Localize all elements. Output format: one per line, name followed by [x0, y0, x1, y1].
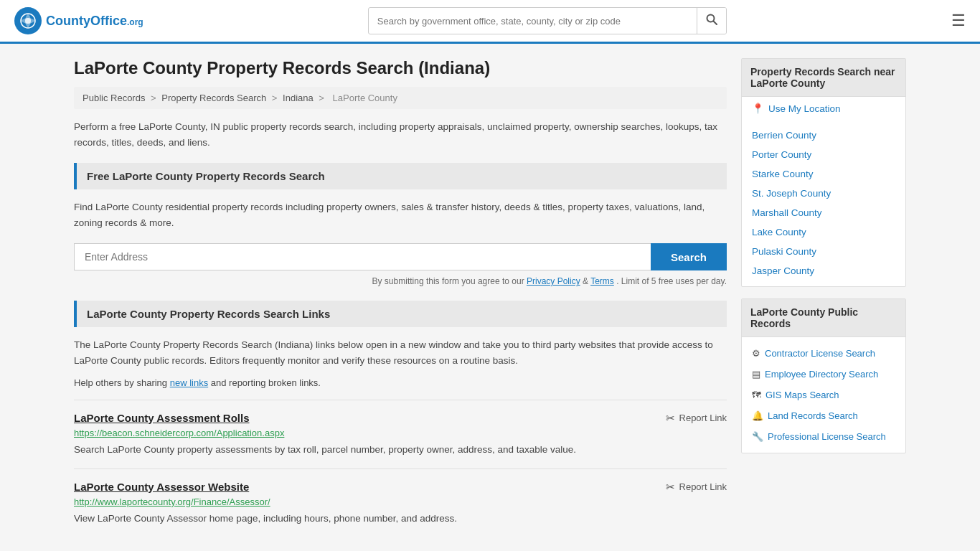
- svg-line-3: [713, 22, 717, 25]
- logo-org: .org: [127, 17, 143, 27]
- page-title: LaPorte County Property Records Search (…: [74, 58, 727, 78]
- terms-link[interactable]: Terms: [590, 276, 614, 286]
- link-item: LaPorte County Assessor Website ✂ Report…: [74, 468, 727, 537]
- doc-icon: ▤: [752, 369, 760, 380]
- sidebar-item-pulaski[interactable]: Pulaski County: [752, 246, 816, 257]
- wrench-icon: 🔧: [752, 431, 763, 442]
- list-item: Jasper County: [742, 261, 905, 281]
- list-item: 🗺 GIS Maps Search: [742, 385, 905, 405]
- sidebar-item-stjoseph[interactable]: St. Joseph County: [752, 188, 831, 199]
- main-content: LaPorte County Property Records Search (…: [74, 58, 727, 537]
- sidebar-item-lake[interactable]: Lake County: [752, 227, 806, 237]
- privacy-policy-link[interactable]: Privacy Policy: [527, 276, 580, 286]
- breadcrumb-public-records[interactable]: Public Records: [83, 93, 145, 103]
- link-title-1[interactable]: LaPorte County Assessment Rolls: [74, 412, 250, 424]
- list-item: Lake County: [742, 222, 905, 242]
- page-description: Perform a free LaPorte County, IN public…: [74, 119, 727, 150]
- free-search-description: Find LaPorte County residential property…: [74, 199, 727, 230]
- list-item: Pulaski County: [742, 242, 905, 261]
- sidebar-item-berrien[interactable]: Berrien County: [752, 130, 816, 141]
- hamburger-menu-button[interactable]: ☰: [951, 11, 966, 30]
- sidebar-item-marshall[interactable]: Marshall County: [752, 207, 822, 218]
- link-title-2[interactable]: LaPorte County Assessor Website: [74, 481, 249, 493]
- sidebar-item-starke[interactable]: Starke County: [752, 169, 814, 179]
- sidebar-public-records-heading: LaPorte County Public Records: [742, 299, 905, 337]
- link-item: LaPorte County Assessment Rolls ✂ Report…: [74, 400, 727, 468]
- links-section: LaPorte County Property Records Search L…: [74, 301, 727, 537]
- list-item: ▤ Employee Directory Search: [742, 364, 905, 385]
- share-note: Help others by sharing new links and rep…: [74, 377, 727, 388]
- site-header: CountyOffice.org ☰: [0, 0, 980, 44]
- sidebar-public-records-section: LaPorte County Public Records ⚙ Contract…: [741, 298, 906, 453]
- report-link-2[interactable]: ✂ Report Link: [666, 481, 727, 494]
- sidebar-item-gis[interactable]: GIS Maps Search: [765, 390, 839, 400]
- list-item: 🔔 Land Records Search: [742, 405, 905, 426]
- breadcrumb-indiana[interactable]: Indiana: [283, 93, 314, 103]
- land-icon: 🔔: [752, 410, 763, 421]
- sidebar-item-porter[interactable]: Porter County: [752, 149, 811, 160]
- breadcrumb-property-records-search[interactable]: Property Records Search: [161, 93, 266, 103]
- sidebar-nearby-heading: Property Records Search near LaPorte Cou…: [742, 59, 905, 97]
- sidebar-item-jasper[interactable]: Jasper County: [752, 265, 814, 276]
- new-links-link[interactable]: new links: [170, 377, 208, 388]
- links-section-heading: LaPorte County Property Records Search L…: [74, 301, 727, 327]
- search-row: Search: [74, 243, 727, 270]
- sidebar-item-professional[interactable]: Professional License Search: [768, 431, 886, 442]
- logo-icon: [14, 7, 42, 34]
- free-search-heading: Free LaPorte County Property Records Sea…: [74, 163, 727, 189]
- search-button[interactable]: Search: [651, 243, 727, 270]
- link-url-2[interactable]: http://www.laportecounty.org/Finance/Ass…: [74, 496, 727, 507]
- logo-text: CountyOffice.org: [46, 14, 143, 28]
- page-container: LaPorte County Property Records Search (…: [60, 44, 920, 551]
- global-search-input[interactable]: [369, 10, 697, 32]
- breadcrumb: Public Records > Property Records Search…: [74, 87, 727, 109]
- pin-icon: 📍: [752, 103, 764, 114]
- list-item: 🔧 Professional License Search: [742, 426, 905, 447]
- address-search-input[interactable]: [74, 243, 651, 270]
- link-desc-2: View LaPorte County Assessor home page, …: [74, 512, 727, 526]
- report-link-1[interactable]: ✂ Report Link: [666, 412, 727, 425]
- list-item: Marshall County: [742, 203, 905, 222]
- list-item: St. Joseph County: [742, 184, 905, 203]
- use-my-location[interactable]: 📍 Use My Location: [742, 97, 905, 120]
- use-location-link[interactable]: Use My Location: [768, 103, 841, 114]
- list-item: Berrien County: [742, 126, 905, 145]
- report-icon-2: ✂: [666, 481, 675, 494]
- map-icon: 🗺: [752, 390, 761, 400]
- form-note: By submitting this form you agree to our…: [74, 276, 727, 286]
- logo: CountyOffice.org: [14, 7, 143, 34]
- property-search-form: Search By submitting this form you agree…: [74, 243, 727, 286]
- sidebar-item-employee[interactable]: Employee Directory Search: [765, 369, 878, 380]
- list-item: Starke County: [742, 164, 905, 184]
- list-item: ⚙ Contractor License Search: [742, 343, 905, 364]
- sidebar-item-contractor[interactable]: Contractor License Search: [765, 348, 875, 359]
- sidebar: Property Records Search near LaPorte Cou…: [741, 58, 906, 537]
- breadcrumb-laporte: LaPorte County: [333, 93, 397, 103]
- public-records-list: ⚙ Contractor License Search ▤ Employee D…: [742, 337, 905, 453]
- link-desc-1: Search LaPorte County property assessmen…: [74, 443, 727, 457]
- sidebar-item-land[interactable]: Land Records Search: [768, 410, 858, 421]
- links-section-description: The LaPorte County Property Records Sear…: [74, 337, 727, 368]
- gear-icon: ⚙: [752, 348, 760, 359]
- sidebar-nearby-section: Property Records Search near LaPorte Cou…: [741, 58, 906, 287]
- global-search-button[interactable]: [697, 8, 726, 34]
- report-icon-1: ✂: [666, 412, 675, 425]
- link-url-1[interactable]: https://beacon.schneidercorp.com/Applica…: [74, 428, 727, 438]
- list-item: Porter County: [742, 145, 905, 164]
- nearby-counties-list: Berrien County Porter County Starke Coun…: [742, 120, 905, 286]
- global-search: [368, 7, 727, 34]
